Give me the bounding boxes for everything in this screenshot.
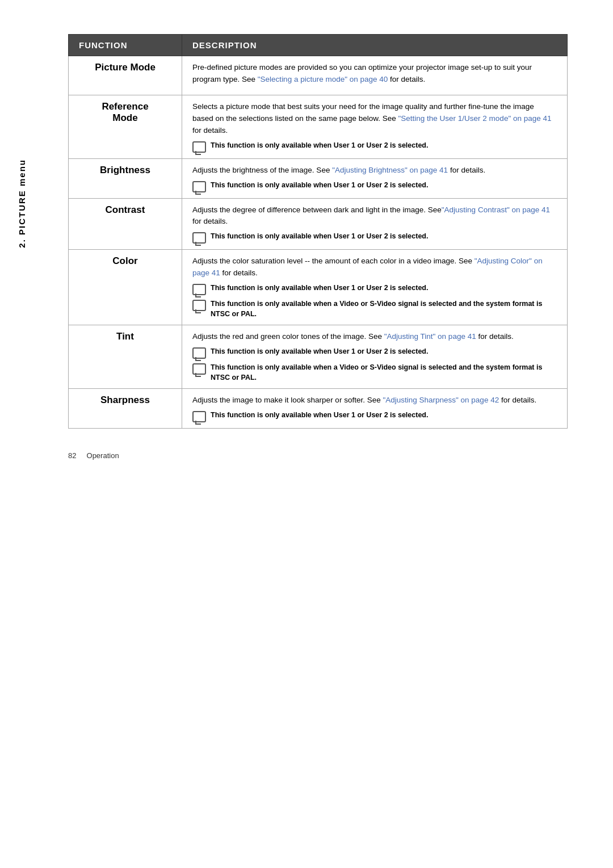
description-text: Adjusts the brightness of the image. See… [192, 165, 557, 177]
table-row: ContrastAdjusts the degree of difference… [69, 198, 568, 250]
description-text: Adjusts the color saturation level -- th… [192, 255, 557, 279]
note-text: This function is only available when Use… [211, 410, 428, 421]
note-text: This function is only available when Use… [211, 181, 428, 191]
description-cell: Adjusts the color saturation level -- th… [182, 250, 568, 325]
description-cell: Selects a picture mode that best suits y… [182, 95, 568, 158]
note-block: This function is only available when Use… [192, 283, 557, 295]
table-row: Picture ModePre-defined picture modes ar… [69, 56, 568, 95]
note-block: This function is only available when a V… [192, 363, 557, 383]
note-block: This function is only available when Use… [192, 410, 557, 422]
function-cell: Tint [69, 325, 182, 389]
main-table: FUNCTION DESCRIPTION Picture ModePre-def… [68, 34, 568, 429]
description-text: Adjusts the degree of difference between… [192, 204, 557, 228]
table-row: SharpnessAdjusts the image to make it lo… [69, 389, 568, 429]
note-block: This function is only available when Use… [192, 232, 557, 244]
note-text: This function is only available when Use… [211, 347, 428, 357]
page-footer: 82 Operation [68, 451, 568, 460]
description-cell: Adjusts the image to make it look sharpe… [182, 389, 568, 429]
note-text: This function is only available when a V… [211, 299, 557, 319]
description-text: Adjusts the image to make it look sharpe… [192, 395, 557, 406]
description-text: Adjusts the red and green color tones of… [192, 331, 557, 343]
note-icon [192, 347, 206, 359]
function-cell: Sharpness [69, 389, 182, 429]
table-row: ColorAdjusts the color saturation level … [69, 250, 568, 325]
note-icon [192, 411, 206, 422]
function-cell: ReferenceMode [69, 95, 182, 158]
note-icon [192, 141, 206, 153]
description-text: Pre-defined picture modes are provided s… [192, 62, 557, 86]
note-text: This function is only available when Use… [211, 232, 428, 242]
sidebar-label: 2. PICTURE menu [17, 159, 27, 248]
note-icon [192, 300, 206, 311]
description-cell: Pre-defined picture modes are provided s… [182, 56, 568, 95]
function-cell: Contrast [69, 198, 182, 250]
description-header: DESCRIPTION [182, 35, 568, 56]
page-number: 82 [68, 451, 76, 460]
description-text: Selects a picture mode that best suits y… [192, 101, 557, 137]
table-row: TintAdjusts the red and green color tone… [69, 325, 568, 389]
note-text: This function is only available when Use… [211, 283, 428, 293]
table-row: BrightnessAdjusts the brightness of the … [69, 158, 568, 198]
page-container: 2. PICTURE menu FUNCTION DESCRIPTION Pic… [0, 0, 613, 505]
function-cell: Color [69, 250, 182, 325]
function-header: FUNCTION [69, 35, 182, 56]
note-icon [192, 284, 206, 295]
note-block: This function is only available when a V… [192, 299, 557, 319]
description-cell: Adjusts the red and green color tones of… [182, 325, 568, 389]
note-icon [192, 181, 206, 192]
function-cell: Brightness [69, 158, 182, 198]
note-block: This function is only available when Use… [192, 141, 557, 153]
table-header-row: FUNCTION DESCRIPTION [69, 35, 568, 56]
note-text: This function is only available when a V… [211, 363, 557, 383]
note-block: This function is only available when Use… [192, 347, 557, 359]
footer-text: Operation [87, 451, 119, 460]
note-text: This function is only available when Use… [211, 141, 428, 151]
function-cell: Picture Mode [69, 56, 182, 95]
description-cell: Adjusts the degree of difference between… [182, 198, 568, 250]
note-icon [192, 232, 206, 244]
table-row: ReferenceModeSelects a picture mode that… [69, 95, 568, 158]
note-block: This function is only available when Use… [192, 181, 557, 192]
note-icon [192, 363, 206, 375]
description-cell: Adjusts the brightness of the image. See… [182, 158, 568, 198]
